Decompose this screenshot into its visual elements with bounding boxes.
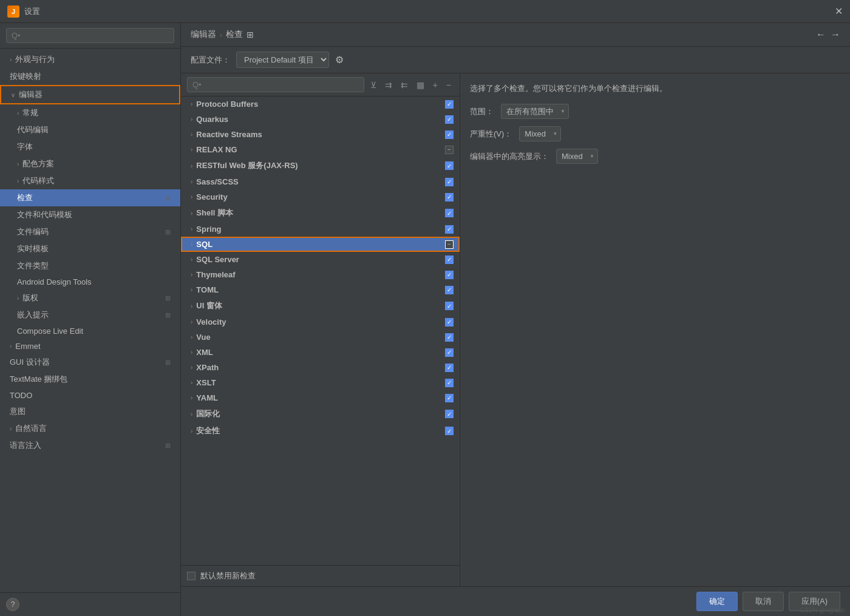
sidebar-item-file-encodings[interactable]: 文件编码⊞ [0, 223, 180, 240]
row-chevron-icon: › [191, 131, 192, 138]
row-checkbox[interactable]: ✓ [445, 225, 454, 234]
sidebar-item-general[interactable]: ›常规 [0, 104, 180, 121]
expand-all-button[interactable]: ⇉ [382, 79, 395, 91]
default-disable-checkbox[interactable] [187, 572, 195, 580]
inspection-row[interactable]: ›SQL− [181, 237, 460, 252]
sidebar-item-file-templates[interactable]: 文件和代码模板 [0, 206, 180, 223]
row-checkbox[interactable]: ✓ [445, 130, 454, 139]
inspection-row[interactable]: ›Vue✓ [181, 330, 460, 345]
row-checkbox[interactable]: − [445, 146, 454, 154]
sidebar-item-keymap[interactable]: 按键映射 [0, 68, 180, 85]
sidebar-item-natural-language[interactable]: ›自然语言 [0, 420, 180, 437]
sidebar-item-compose-live-edit[interactable]: Compose Live Edit [0, 323, 180, 339]
remove-button[interactable]: − [444, 79, 454, 91]
inspection-list: ⊻ ⇉ ⇇ ▦ + − ›Protocol Buffers✓›Quarkus✓›… [181, 73, 460, 586]
sidebar-item-inspections[interactable]: 检查⊞ [0, 189, 180, 206]
inspection-row[interactable]: ›XPath✓ [181, 360, 460, 375]
row-checkbox[interactable]: − [445, 240, 454, 249]
sidebar-item-file-types[interactable]: 文件类型 [0, 257, 180, 274]
inspection-row[interactable]: ›Spring✓ [181, 222, 460, 237]
sidebar-item-appearance[interactable]: ›外观与行为 [0, 51, 180, 68]
inspection-row[interactable]: ›Shell 脚本✓ [181, 205, 460, 222]
inspection-row[interactable]: ›SQL Server✓ [181, 252, 460, 267]
sidebar-item-gui-designer[interactable]: GUI 设计器⊞ [0, 354, 180, 371]
detail-info-text: 选择了多个检查。您可以将它们作为单个检查进行编辑。 [470, 83, 840, 94]
group-button[interactable]: ▦ [414, 79, 427, 91]
inspection-row[interactable]: ›UI 窗体✓ [181, 297, 460, 314]
cancel-button[interactable]: 取消 [743, 592, 784, 611]
sidebar-item-code-style[interactable]: ›代码样式 [0, 172, 180, 189]
inspection-row[interactable]: ›Velocity✓ [181, 314, 460, 330]
sidebar-item-font[interactable]: 字体 [0, 138, 180, 155]
inspection-row[interactable]: ›Quarkus✓ [181, 112, 460, 127]
row-checkbox[interactable]: ✓ [445, 364, 454, 372]
sidebar-item-label: Emmet [15, 342, 40, 351]
row-label: 安全性 [196, 425, 445, 436]
row-checkbox[interactable]: ✓ [445, 115, 454, 124]
sidebar-item-intentions[interactable]: 意图 [0, 403, 180, 420]
sidebar-item-textmate[interactable]: TextMate 捆绑包 [0, 371, 180, 388]
sidebar-item-code-editing[interactable]: 代码编辑 [0, 121, 180, 138]
row-chevron-icon: › [191, 394, 192, 401]
watermark: CSDN @x@lijun [800, 607, 845, 614]
sidebar-item-android-design-tools[interactable]: Android Design Tools [0, 274, 180, 289]
inspection-row[interactable]: ›TOML✓ [181, 282, 460, 297]
inspection-row[interactable]: ›安全性✓ [181, 422, 460, 439]
row-checkbox[interactable]: ✓ [445, 394, 454, 402]
close-button[interactable]: ✕ [835, 5, 843, 17]
row-checkbox[interactable]: ✓ [445, 333, 454, 342]
inspection-row[interactable]: ›国际化✓ [181, 405, 460, 422]
add-button[interactable]: + [430, 79, 440, 91]
row-checkbox[interactable]: ✓ [445, 193, 454, 201]
row-label: Spring [196, 225, 445, 234]
inspection-row[interactable]: ›RESTful Web 服务(JAX-RS)✓ [181, 157, 460, 174]
sidebar-item-lang-injection[interactable]: 语言注入⊞ [0, 437, 180, 454]
row-checkbox[interactable]: ✓ [445, 410, 454, 418]
inspection-row[interactable]: ›Security✓ [181, 189, 460, 205]
filter-button[interactable]: ⊻ [368, 79, 379, 91]
row-checkbox[interactable]: ✓ [445, 256, 454, 264]
nav-forward-button[interactable]: → [831, 29, 840, 40]
row-checkbox[interactable]: ✓ [445, 379, 454, 387]
sidebar-item-color-scheme[interactable]: ›配色方案 [0, 155, 180, 172]
inspection-row[interactable]: ›RELAX NG− [181, 142, 460, 157]
row-checkbox[interactable]: ✓ [445, 286, 454, 294]
chevron-icon: › [17, 178, 19, 184]
sidebar-item-todo[interactable]: TODO [0, 388, 180, 403]
inspection-search-input[interactable] [187, 77, 364, 92]
highlight-select[interactable]: Mixed [556, 149, 598, 164]
sidebar-item-inlay-hints[interactable]: 嵌入提示⊞ [0, 306, 180, 323]
inspection-row[interactable]: ›XML✓ [181, 345, 460, 360]
help-button[interactable]: ? [6, 598, 19, 611]
inspection-row[interactable]: ›Sass/SCSS✓ [181, 174, 460, 189]
row-checkbox[interactable]: ✓ [445, 318, 454, 327]
inspection-row[interactable]: ›XSLT✓ [181, 375, 460, 390]
row-label: Protocol Buffers [196, 100, 445, 109]
row-checkbox[interactable]: ✓ [445, 348, 454, 357]
row-checkbox[interactable]: ✓ [445, 178, 454, 186]
scope-select[interactable]: 在所有范围中 [501, 104, 569, 119]
collapse-all-button[interactable]: ⇇ [398, 79, 410, 91]
row-checkbox[interactable]: ✓ [445, 302, 454, 310]
row-checkbox[interactable]: ✓ [445, 209, 454, 217]
gear-button[interactable]: ⚙ [335, 54, 344, 66]
inspection-row[interactable]: ›Protocol Buffers✓ [181, 96, 460, 112]
inspection-row[interactable]: ›YAML✓ [181, 390, 460, 405]
row-checkbox[interactable]: ✓ [445, 271, 454, 279]
row-checkbox[interactable]: ✓ [445, 100, 454, 109]
severity-select[interactable]: Mixed [519, 126, 561, 141]
sidebar-item-live-templates[interactable]: 实时模板 [0, 240, 180, 257]
sidebar-search-input[interactable] [6, 28, 174, 43]
config-select[interactable]: Project Default 项目 [236, 52, 329, 68]
row-checkbox[interactable]: ✓ [445, 161, 454, 170]
nav-back-button[interactable]: ← [816, 29, 826, 40]
inspection-row[interactable]: ›Thymeleaf✓ [181, 267, 460, 282]
confirm-button[interactable]: 确定 [696, 592, 738, 611]
inspection-row[interactable]: ›Reactive Streams✓ [181, 127, 460, 142]
row-chevron-icon: › [191, 256, 192, 263]
row-checkbox[interactable]: ✓ [445, 427, 454, 435]
sidebar-list: ›外观与行为按键映射∨编辑器›常规代码编辑字体›配色方案›代码样式检查⊞文件和代… [0, 49, 180, 592]
sidebar-item-emmet[interactable]: ›Emmet [0, 339, 180, 354]
sidebar-item-copyright[interactable]: ›版权⊞ [0, 289, 180, 306]
sidebar-item-editor[interactable]: ∨编辑器 [0, 85, 180, 104]
